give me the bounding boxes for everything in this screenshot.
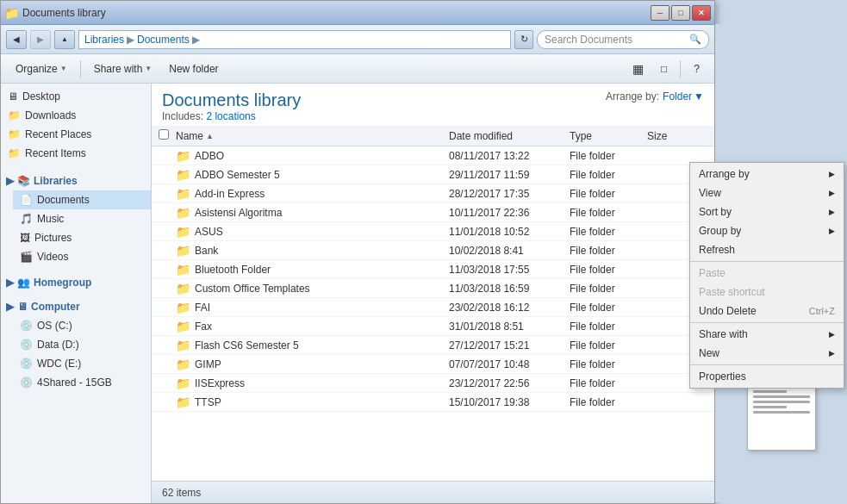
minimize-button[interactable]: ─: [651, 5, 670, 21]
col-type-header[interactable]: Type: [570, 130, 647, 142]
osc-label: OS (C:): [37, 320, 72, 332]
close-button[interactable]: ✕: [692, 5, 711, 21]
file-name-10: Flash CS6 Semester 5: [195, 339, 299, 352]
ctx-label-0: Arrange by: [699, 168, 750, 180]
help-button[interactable]: ?: [686, 59, 707, 79]
table-row[interactable]: 📁 Fax 31/01/2018 8:51 File folder: [152, 317, 714, 336]
table-row[interactable]: 📁 Add-in Express 28/12/2017 17:35 File f…: [152, 184, 714, 203]
row-name-10: 📁 Flash CS6 Semester 5: [176, 339, 449, 352]
ctx-item-sort-by[interactable]: Sort by ▶: [690, 202, 844, 221]
file-name-3: Asistensi Algoritma: [195, 207, 282, 219]
recent-items-icon: 📁: [8, 147, 21, 159]
table-row[interactable]: 📁 Bluetooth Folder 11/03/2018 17:55 File…: [152, 260, 714, 279]
title-bar-buttons: ─ □ ✕: [651, 5, 711, 21]
table-row[interactable]: 📁 Flash CS6 Semester 5 27/12/2017 15:21 …: [152, 336, 714, 355]
table-row[interactable]: 📁 FAI 23/02/2018 16:12 File folder: [152, 298, 714, 317]
folder-icon-11: 📁: [176, 358, 190, 371]
ctx-item-group-by[interactable]: Group by ▶: [690, 221, 844, 240]
search-box[interactable]: Search Documents 🔍: [537, 30, 709, 49]
table-row[interactable]: 📁 Custom Office Templates 11/03/2018 16:…: [152, 279, 714, 298]
table-row[interactable]: 📁 ASUS 11/01/2018 10:52 File folder: [152, 222, 714, 241]
videos-icon: 🎬: [20, 251, 33, 263]
sidebar-item-osc[interactable]: 💿 OS (C:): [13, 316, 151, 335]
ctx-item-share-with[interactable]: Share with ▶: [690, 325, 844, 344]
file-name-6: Bluetooth Folder: [195, 264, 271, 276]
table-row[interactable]: 📁 TTSP 15/10/2017 19:38 File folder: [152, 393, 714, 412]
row-type-2: File folder: [570, 188, 647, 200]
sidebar-item-4shared[interactable]: 💿 4Shared - 15GB: [13, 373, 151, 392]
sidebar-item-documents[interactable]: 📄 Documents: [13, 190, 151, 209]
table-row[interactable]: 📁 Bank 10/02/2018 8:41 File folder: [152, 241, 714, 260]
row-date-12: 23/12/2017 22:56: [449, 377, 570, 389]
file-name-7: Custom Office Templates: [195, 283, 310, 295]
table-row[interactable]: 📁 ADBO 08/11/2017 13:22 File folder: [152, 146, 714, 165]
preview-button[interactable]: □: [653, 59, 675, 79]
music-icon: 🎵: [20, 213, 33, 225]
sidebar-item-desktop[interactable]: 🖥 Desktop: [1, 87, 151, 106]
table-row[interactable]: 📁 IISExpress 23/12/2017 22:56 File folde…: [152, 374, 714, 393]
locations-link[interactable]: 2 locations: [206, 110, 255, 122]
sidebar-item-recent-places[interactable]: 📁 Recent Places: [1, 125, 151, 144]
computer-arrow: ▶: [6, 301, 14, 313]
up-button[interactable]: ▲: [54, 30, 75, 49]
items-count: 62 items: [162, 487, 201, 499]
sidebar-libraries-header[interactable]: ▶ 📚 Libraries: [1, 171, 151, 190]
ctx-label-1: View: [699, 187, 721, 199]
ctx-item-properties[interactable]: Properties: [690, 367, 844, 386]
sidebar-item-wdce[interactable]: 💿 WDC (E:): [13, 354, 151, 373]
arrange-button[interactable]: Folder ▼: [663, 90, 704, 103]
check-all-col: [159, 129, 176, 142]
ctx-label-10: Share with: [699, 328, 748, 340]
folder-icon-1: 📁: [176, 168, 190, 182]
row-date-11: 07/07/2017 10:48: [449, 358, 570, 370]
sidebar-homegroup[interactable]: ▶ 👥 Homegroup: [1, 273, 151, 292]
table-row[interactable]: 📁 ADBO Semester 5 29/11/2017 11:59 File …: [152, 165, 714, 184]
library-subtitle: Includes: 2 locations: [162, 110, 301, 122]
sidebar-item-videos[interactable]: 🎬 Videos: [13, 247, 151, 266]
table-row[interactable]: 📁 Asistensi Algoritma 10/11/2017 22:36 F…: [152, 203, 714, 222]
sidebar-item-music[interactable]: 🎵 Music: [13, 209, 151, 228]
file-list: Name ▲ Date modified Type Size 📁 ADBO 08…: [152, 126, 714, 481]
address-path[interactable]: Libraries ▶ Documents ▶: [78, 30, 511, 49]
row-type-12: File folder: [570, 377, 647, 389]
sidebar-computer-header[interactable]: ▶ 🖥 Computer: [1, 297, 151, 316]
refresh-button[interactable]: ↻: [514, 30, 533, 49]
name-header-label: Name: [176, 130, 203, 142]
file-name-0: ADBO: [195, 150, 224, 162]
sidebar-computer: ▶ 🖥 Computer 💿 OS (C:) 💿 Data (D:) 💿: [1, 297, 151, 392]
search-placeholder: Search Documents: [545, 34, 632, 46]
col-date-header[interactable]: Date modified: [449, 130, 570, 142]
sidebar-item-datad[interactable]: 💿 Data (D:): [13, 335, 151, 354]
ctx-item-new[interactable]: New ▶: [690, 344, 844, 363]
ctx-item-view[interactable]: View ▶: [690, 184, 844, 202]
ctx-item-undo-delete[interactable]: Undo Delete Ctrl+Z: [690, 302, 844, 320]
col-size-header[interactable]: Size: [647, 130, 707, 142]
row-name-4: 📁 ASUS: [176, 225, 449, 239]
share-with-button[interactable]: Share with ▼: [86, 59, 160, 79]
row-name-2: 📁 Add-in Express: [176, 187, 449, 201]
ctx-label-13: Properties: [699, 370, 746, 383]
new-folder-button[interactable]: New folder: [161, 59, 226, 79]
datad-icon: 💿: [20, 339, 33, 351]
file-name-1: ADBO Semester 5: [195, 169, 280, 181]
ctx-item-arrange-by[interactable]: Arrange by ▶: [690, 165, 844, 184]
ctx-item-refresh[interactable]: Refresh: [690, 240, 844, 259]
view-button[interactable]: ▦: [625, 59, 651, 79]
table-row[interactable]: 📁 GIMP 07/07/2017 10:48 File folder: [152, 355, 714, 374]
name-sort-arrow: ▲: [206, 132, 214, 140]
maximize-button[interactable]: □: [671, 5, 690, 21]
back-button[interactable]: ◀: [6, 30, 27, 49]
col-name-header[interactable]: Name ▲: [176, 130, 449, 142]
folder-icon-8: 📁: [176, 301, 190, 314]
check-all-checkbox[interactable]: [159, 129, 169, 140]
ctx-arrow-10: ▶: [829, 330, 835, 339]
row-date-3: 10/11/2017 22:36: [449, 207, 570, 219]
organize-button[interactable]: Organize ▼: [8, 59, 75, 79]
sidebar-item-pictures[interactable]: 🖼 Pictures: [13, 228, 151, 247]
sidebar-item-recent-items[interactable]: 📁 Recent Items: [1, 144, 151, 163]
sidebar-item-downloads[interactable]: 📁 Downloads: [1, 106, 151, 125]
forward-button[interactable]: ▶: [30, 30, 51, 49]
ctx-label-2: Sort by: [699, 206, 732, 218]
window-icon: 📁: [4, 6, 19, 20]
row-type-6: File folder: [570, 264, 647, 276]
